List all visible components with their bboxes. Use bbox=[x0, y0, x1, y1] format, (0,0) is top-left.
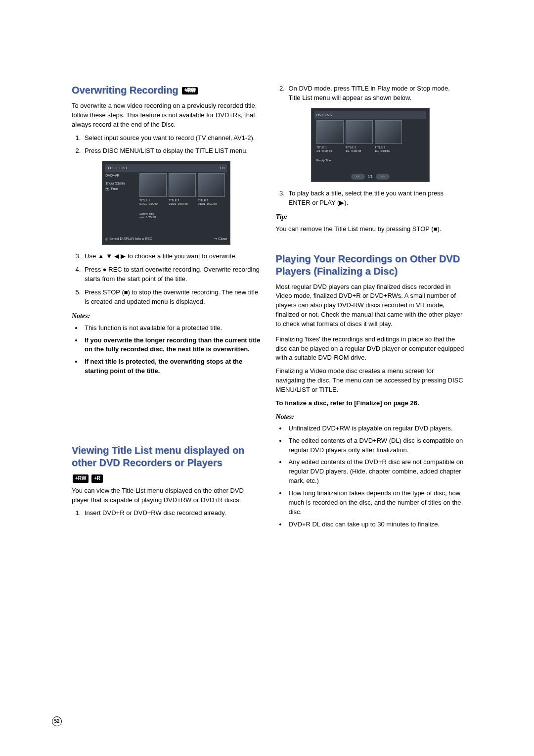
steps-list-1: Select input source you want to record (… bbox=[72, 134, 261, 156]
tip-label: Tip: bbox=[276, 212, 465, 222]
left-column: Overwriting Recording +RW To overwrite a… bbox=[72, 84, 261, 533]
steps-list-3: Insert DVD+R or DVD+RW disc recorded alr… bbox=[72, 509, 261, 518]
heading-viewing-title-list: Viewing Title List menu displayed on oth… bbox=[72, 444, 261, 469]
step-2: Press DISC MENU/LIST to display the TITL… bbox=[83, 146, 261, 156]
steps-list-2: Use ▲ ▼ ◀ ▶ to choose a title you want t… bbox=[72, 252, 261, 306]
finalize-p3: Finalizing a Video mode disc creates a m… bbox=[276, 367, 465, 395]
heading-text: Overwriting Recording bbox=[72, 85, 178, 95]
thumb bbox=[198, 173, 225, 197]
ms-header: DVD+VR bbox=[314, 111, 426, 119]
step-3: Use ▲ ▼ ◀ ▶ to choose a title you want t… bbox=[83, 252, 261, 261]
heading-overwriting: Overwriting Recording +RW bbox=[72, 84, 261, 96]
step-5: Press STOP (■) to stop the overwrite rec… bbox=[83, 288, 261, 307]
nav-next: >> bbox=[376, 174, 390, 180]
thumb bbox=[375, 120, 402, 144]
badge-r: +R bbox=[91, 474, 103, 483]
ms-bottom: ◎ Select DISPLAY Info ● REC ↪ Close bbox=[105, 236, 227, 241]
ms-nav: << 1/1 >> bbox=[351, 174, 390, 180]
badge-rw: +RW bbox=[182, 87, 198, 94]
note-r4: How long finalization takes depends on t… bbox=[287, 489, 465, 517]
step-2r: On DVD mode, press TITLE in Play mode or… bbox=[287, 84, 465, 103]
heading-finalizing: Playing Your Recordings on Other DVD Pla… bbox=[276, 253, 465, 278]
intro-paragraph-2: You can view the Title List menu display… bbox=[72, 486, 261, 505]
thumb bbox=[169, 173, 196, 197]
note-r2: The edited contents of a DVD+RW (DL) dis… bbox=[287, 436, 465, 455]
finalize-p1: Most regular DVD players can play finali… bbox=[276, 283, 465, 329]
step-1: Select input source you want to record (… bbox=[83, 134, 261, 143]
notes-list-2: Unfinalized DVD+RW is playable on regula… bbox=[276, 424, 465, 529]
notes-label: Notes: bbox=[72, 311, 261, 321]
notes-list: This function is not available for a pro… bbox=[72, 324, 261, 376]
thumb bbox=[139, 173, 167, 197]
note-r5: DVD+R DL disc can take up to 30 minutes … bbox=[287, 520, 465, 529]
ms-side: DVD+VR 1hour 53min 📷 Free bbox=[105, 173, 135, 191]
notes-label-2: Notes: bbox=[276, 412, 465, 422]
note-r3: Any edited contents of the DVD+R disc ar… bbox=[287, 458, 465, 486]
title-list-screenshot-2: DVD+VR TITLE 11/1 0:00:54 TITLE 21/1 0:0… bbox=[311, 108, 430, 182]
step-4: Press ● REC to start overwrite recording… bbox=[83, 265, 261, 284]
intro-paragraph: To overwrite a new video recording on a … bbox=[72, 101, 261, 130]
steps-list-5: To play back a title, select the title y… bbox=[276, 189, 465, 208]
note-r1: Unfinalized DVD+RW is playable on regula… bbox=[287, 424, 465, 433]
thumb bbox=[346, 120, 373, 144]
badge-rw: +RW bbox=[73, 474, 89, 483]
finalize-p2: Finalizing 'fixes' the recordings and ed… bbox=[276, 335, 465, 363]
finalize-p4: To finalize a disc, refer to [Finalize] … bbox=[276, 399, 465, 408]
page-number: 52 bbox=[52, 716, 62, 726]
step-3r: To play back a title, select the title y… bbox=[287, 189, 465, 208]
note-3: If next title is protected, the overwrit… bbox=[83, 357, 261, 376]
note-1: This function is not available for a pro… bbox=[83, 324, 261, 333]
note-2: If you overwrite the longer recording th… bbox=[83, 336, 261, 355]
tip-text: You can remove the Title List menu by pr… bbox=[276, 225, 465, 234]
nav-prev: << bbox=[351, 174, 365, 180]
badges-row: +RW +R bbox=[72, 474, 261, 483]
step-1b: Insert DVD+R or DVD+RW disc recorded alr… bbox=[83, 509, 261, 518]
ms-header: TITLE LIST 1/1 bbox=[105, 164, 227, 172]
right-column: On DVD mode, press TITLE in Play mode or… bbox=[276, 84, 465, 533]
ms-thumbs: TITLE 11/1 0:00:54 TITLE 21/1 0:00:48 TI… bbox=[316, 120, 426, 163]
steps-list-4: On DVD mode, press TITLE in Play mode or… bbox=[276, 84, 465, 103]
page-content: Overwriting Recording +RW To overwrite a… bbox=[72, 84, 465, 533]
thumb bbox=[316, 120, 344, 144]
ms-thumbs: TITLE 101/01 0:00:54 TITLE 201/01 0:00:4… bbox=[139, 173, 227, 219]
title-list-screenshot-1: TITLE LIST 1/1 DVD+VR 1hour 53min 📷 Free… bbox=[102, 161, 230, 245]
